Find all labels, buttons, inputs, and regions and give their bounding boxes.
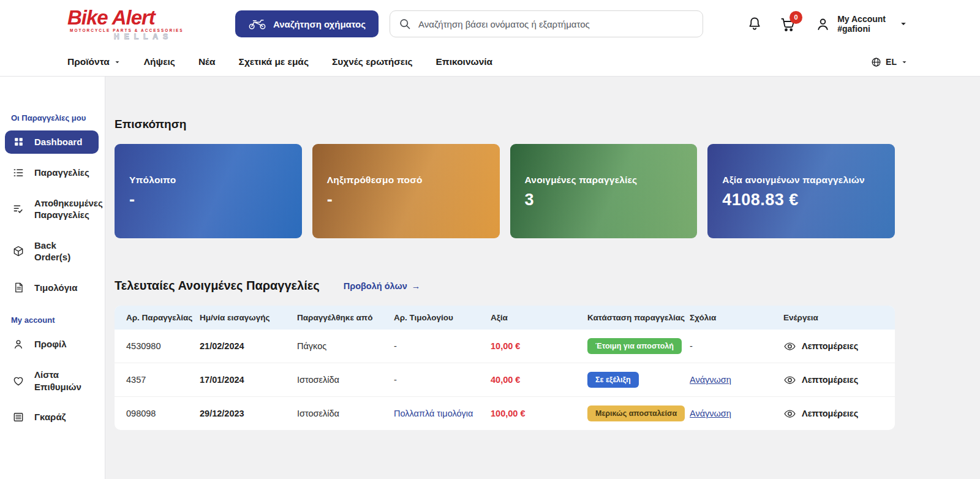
orders-section-header: Τελευταίες Ανοιγμένες Παραγγελίες Προβολ… [115, 279, 980, 293]
account-caret-icon[interactable] [899, 20, 908, 28]
sidebar-item-saved-orders[interactable]: Αποθηκευμένες Παραγγελίες [5, 192, 99, 227]
card-value: 3 [525, 190, 698, 209]
vehicle-search-label: Αναζήτηση οχήματος [273, 19, 366, 29]
sidebar-item-wishlist[interactable]: Λίστα Επιθυμιών [5, 363, 99, 398]
document-icon [12, 282, 25, 293]
status-cell: Μερικώς αποσταλείσα [587, 397, 690, 431]
order-date: 17/01/2024 [200, 363, 297, 397]
page-title: Επισκόπηση [115, 118, 980, 131]
card-balance: Υπόλοιπο - [115, 144, 302, 238]
invoice-cell: - [394, 363, 491, 397]
orders-table-card: Αρ. Παραγγελίας Ημ/νία εισαγωγής Παραγγέ… [115, 306, 895, 430]
card-open-orders-value: Αξία ανοιγμένων παραγγελιών 4108.83 € [707, 144, 895, 238]
card-overdue-amount: Ληξιπρόθεσμο ποσό - [312, 144, 500, 238]
nav-item-faq[interactable]: Συχνές ερωτήσεις [332, 56, 413, 67]
invoice-cell: Πολλαπλά τιμολόγια [394, 397, 491, 431]
comment-text: - [690, 341, 693, 351]
account-label: My Account [837, 14, 886, 24]
sidebar-item-profile[interactable]: Προφίλ [5, 333, 99, 356]
list-check-icon [12, 203, 25, 215]
sidebar-item-label: Τιμολόγια [34, 282, 77, 294]
comment-read-link[interactable]: Ανάγνωση [690, 409, 731, 418]
details-button[interactable]: Λεπτομέρειες [783, 407, 891, 420]
details-button[interactable]: Λεπτομέρειες [783, 340, 891, 353]
details-label: Λεπτομέρειες [802, 409, 858, 418]
action-cell: Λεπτομέρειες [783, 330, 895, 363]
search-icon [399, 18, 411, 30]
sidebar-item-orders[interactable]: Παραγγελίες [5, 161, 99, 184]
bell-icon [747, 16, 763, 32]
main-nav: Προϊόντα Λήψεις Νέα Σχετικά με εμάς Συχν… [0, 48, 980, 77]
order-date: 29/12/2023 [200, 397, 297, 431]
details-button[interactable]: Λεπτομέρειες [783, 374, 891, 387]
details-label: Λεπτομέρειες [802, 341, 858, 351]
vehicle-search-button[interactable]: Αναζήτηση οχήματος [235, 10, 379, 37]
invoice-number: - [394, 375, 397, 385]
nav-item-about[interactable]: Σχετικά με εμάς [239, 56, 309, 67]
language-code: EL [886, 57, 897, 67]
col-entry-date: Ημ/νία εισαγωγής [200, 306, 297, 330]
grid-icon [12, 136, 25, 148]
chevron-down-icon [114, 59, 121, 66]
cart-count-badge: 0 [790, 11, 802, 24]
nav-item-products[interactable]: Προϊόντα [67, 56, 121, 67]
sidebar-heading-account: My account [11, 315, 105, 325]
sidebar-item-label: Back Order(s) [34, 240, 94, 263]
nav-item-downloads[interactable]: Λήψεις [144, 56, 175, 67]
orders-title: Τελευταίες Ανοιγμένες Παραγγελίες [115, 279, 320, 293]
sidebar-item-back-orders[interactable]: Back Order(s) [5, 234, 99, 269]
ordered-from: Ιστοσελίδα [297, 397, 394, 431]
invoice-number: - [394, 341, 397, 351]
order-value: 10,00 € [491, 330, 587, 363]
language-selector[interactable]: EL [871, 57, 908, 67]
status-cell: Έτοιμη για αποστολή [587, 330, 690, 363]
order-number: 098098 [115, 397, 200, 431]
details-label: Λεπτομέρειες [802, 375, 858, 385]
notifications-button[interactable] [747, 16, 763, 32]
eye-icon [783, 340, 796, 353]
motorcycle-icon [248, 18, 266, 30]
sidebar: Οι Παραγγελίες μου Dashboard Παραγγελίες [0, 77, 105, 479]
ordered-from: Ιστοσελίδα [297, 363, 394, 397]
person-icon [12, 338, 25, 350]
view-all-link[interactable]: Προβολή όλων → [344, 281, 421, 291]
sidebar-item-invoices[interactable]: Τιμολόγια [5, 276, 99, 300]
account-menu[interactable]: My Account #gafioni [815, 14, 886, 34]
arrow-right-icon: → [412, 281, 421, 291]
col-action: Ενέργεια [783, 306, 895, 330]
account-id: #gafioni [837, 24, 886, 34]
invoice-link[interactable]: Πολλαπλά τιμολόγια [394, 409, 473, 418]
nav-item-news[interactable]: Νέα [198, 56, 216, 67]
card-value: 4108.83 € [722, 190, 895, 209]
sidebar-item-label: Λίστα Επιθυμιών [34, 369, 94, 393]
search-bar [390, 10, 703, 37]
sidebar-item-dashboard[interactable]: Dashboard [5, 130, 99, 154]
nav-item-contact[interactable]: Επικοινωνία [436, 56, 493, 67]
eye-icon [783, 407, 796, 420]
card-value: - [129, 190, 302, 209]
card-value: - [327, 190, 500, 209]
header-actions: 0 My Account #gafioni [747, 14, 908, 34]
sidebar-item-garage[interactable]: Γκαράζ [5, 405, 99, 429]
col-comments: Σχόλια [690, 306, 783, 330]
comment-read-link[interactable]: Ανάγνωση [690, 375, 731, 385]
col-order-number: Αρ. Παραγγελίας [115, 306, 200, 330]
logo-title: Bike Alert [67, 7, 176, 28]
box-icon [12, 245, 25, 257]
header: Bike Alert MOTORCYCLE PARTS & ACCESSORIE… [0, 0, 980, 48]
order-value: 40,00 € [491, 363, 587, 397]
cart-button[interactable]: 0 [780, 16, 796, 32]
search-input[interactable] [390, 10, 703, 37]
card-open-orders: Ανοιγμένες παραγγελίες 3 [510, 144, 698, 238]
order-row: 435717/01/2024Ιστοσελίδα-40,00 €Σε εξέλι… [115, 363, 895, 397]
invoice-cell: - [394, 330, 491, 363]
content: Οι Παραγγελίες μου Dashboard Παραγγελίες [0, 77, 980, 479]
orders-table: Αρ. Παραγγελίας Ημ/νία εισαγωγής Παραγγέ… [115, 306, 895, 430]
logo[interactable]: Bike Alert MOTORCYCLE PARTS & ACCESSORIE… [67, 7, 176, 40]
ordered-from: Πάγκος [297, 330, 394, 363]
sidebar-item-label: Αποθηκευμένες Παραγγελίες [34, 197, 103, 221]
order-number: 4357 [115, 363, 200, 397]
globe-icon [871, 57, 881, 67]
status-cell: Σε εξέλιξη [587, 363, 690, 397]
status-badge: Μερικώς αποσταλείσα [587, 405, 685, 421]
